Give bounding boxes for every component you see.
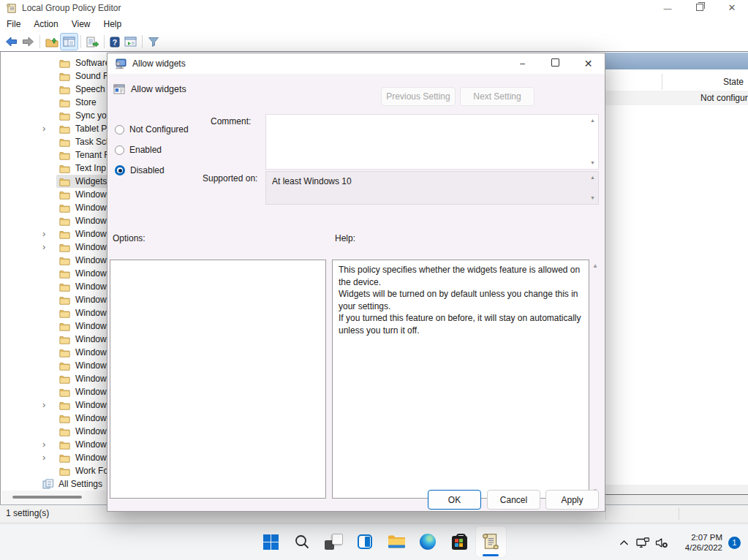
next-setting-button[interactable]: Next Setting	[460, 87, 534, 106]
tree-item-label[interactable]: Window	[75, 214, 107, 227]
radio-circle-icon[interactable]	[115, 145, 124, 155]
search-button[interactable]	[287, 526, 318, 558]
network-icon[interactable]	[633, 528, 652, 557]
radio-not-configured[interactable]: Not Configured	[115, 119, 189, 140]
menu-action[interactable]: Action	[27, 19, 64, 29]
volume-muted-icon[interactable]	[652, 528, 671, 557]
close-icon[interactable]: ✕	[716, 0, 748, 16]
folder-icon	[59, 374, 70, 383]
forward-icon[interactable]	[20, 34, 37, 50]
restore-icon[interactable]	[684, 0, 716, 16]
tree-item-label[interactable]: Window	[75, 412, 107, 425]
microsoft-store-button[interactable]	[444, 526, 475, 558]
menu-help[interactable]: Help	[97, 19, 129, 29]
file-explorer-button[interactable]	[381, 526, 412, 558]
show-console-tree-icon[interactable]	[61, 34, 78, 50]
folder-icon	[59, 255, 70, 265]
back-icon[interactable]	[3, 34, 20, 50]
task-view-button[interactable]	[318, 526, 350, 558]
edge-button[interactable]	[412, 526, 444, 558]
help-scroll-up-icon[interactable]: ▲	[592, 262, 598, 269]
show-action-pane-icon[interactable]	[122, 34, 139, 50]
tree-item-label[interactable]: Window	[75, 227, 107, 241]
expand-chevron-icon[interactable]: ›	[42, 451, 45, 464]
tree-item-label[interactable]: Window	[75, 188, 107, 201]
tree-item-label[interactable]: Window	[75, 201, 107, 214]
tree-item-label[interactable]: Window	[75, 359, 107, 372]
dialog-minimize-icon[interactable]: –	[506, 53, 539, 74]
scroll-up-icon[interactable]: ▲	[590, 118, 595, 124]
menu-file[interactable]: File	[0, 19, 27, 29]
tree-item-label[interactable]: Text Inp	[75, 162, 106, 175]
tree-item-label[interactable]: Window	[75, 254, 107, 267]
tree-item-label[interactable]: Window	[75, 280, 107, 293]
state-column-header[interactable]: State	[723, 77, 744, 87]
minimize-icon[interactable]: —	[651, 0, 684, 16]
comment-textarea[interactable]: ▲ ▼	[265, 114, 599, 170]
scroll-down-icon[interactable]: ▼	[590, 160, 595, 166]
svg-text:?: ?	[113, 37, 117, 46]
tree-item-label[interactable]: Window	[75, 319, 107, 333]
help-icon[interactable]: ?	[107, 34, 122, 50]
scrollbar-thumb[interactable]	[12, 496, 82, 499]
tree-item-label[interactable]: Task Sch	[75, 135, 111, 148]
tree-item-label[interactable]: Window	[75, 438, 107, 451]
previous-setting-button[interactable]: Previous Setting	[381, 87, 456, 106]
policy-monitor-icon	[115, 58, 126, 69]
expand-chevron-icon[interactable]: ›	[42, 398, 45, 412]
expand-chevron-icon[interactable]: ›	[42, 438, 45, 451]
taskbar-center-icons	[255, 526, 507, 558]
clock[interactable]: 2:07 PM 4/26/2022	[674, 532, 722, 553]
up-one-level-icon[interactable]	[43, 34, 61, 50]
start-button[interactable]	[255, 526, 287, 558]
gpedit-scroll-icon	[6, 3, 17, 14]
dialog-maximize-icon[interactable]	[539, 53, 572, 74]
tree-item-label[interactable]: Speech	[75, 83, 105, 96]
widgets-button[interactable]	[350, 526, 381, 558]
radio-enabled[interactable]: Enabled	[115, 140, 189, 160]
tree-item-label[interactable]: Window	[75, 306, 107, 319]
tree-item-label[interactable]: Window	[75, 293, 107, 306]
radio-circle-icon[interactable]	[115, 165, 125, 175]
apply-button[interactable]: Apply	[545, 490, 599, 510]
cancel-button[interactable]: Cancel	[487, 490, 540, 510]
export-list-icon[interactable]	[84, 34, 101, 50]
radio-disabled[interactable]: Disabled	[115, 160, 189, 181]
notification-badge[interactable]: 1	[728, 537, 741, 549]
radio-circle-icon[interactable]	[115, 125, 124, 135]
menu-view[interactable]: View	[65, 19, 97, 29]
expand-chevron-icon[interactable]: ›	[42, 122, 45, 135]
tree-item-label[interactable]: Sound R	[75, 69, 110, 83]
tree-item-label[interactable]: Window	[75, 385, 107, 398]
filter-icon[interactable]	[146, 34, 162, 50]
tree-item-label[interactable]: Store	[75, 96, 97, 109]
tree-item-label[interactable]: Window	[75, 398, 107, 412]
tree-item-label[interactable]: Widgets	[75, 175, 107, 188]
scroll-up-icon[interactable]: ▲	[590, 175, 595, 181]
search-icon	[294, 534, 310, 550]
tree-item-label[interactable]: Window	[75, 372, 107, 385]
expand-chevron-icon[interactable]: ›	[42, 241, 45, 254]
window-titlebar: Local Group Policy Editor — ✕	[0, 0, 748, 16]
supported-on-field[interactable]: At least Windows 10 ▲ ▼	[265, 171, 599, 205]
tree-item-label[interactable]: Work Fo	[75, 464, 108, 477]
tree-item-label[interactable]: Tenant R	[75, 148, 110, 162]
tree-item-label[interactable]: Window	[75, 267, 107, 280]
group-policy-editor-taskbar-button[interactable]	[475, 526, 507, 558]
ok-button[interactable]: OK	[428, 490, 481, 510]
tree-item-label[interactable]: Sync yo	[75, 109, 107, 122]
tree-item-label[interactable]: All Settings	[58, 477, 102, 491]
tree-item-label[interactable]: Tablet P	[75, 122, 107, 135]
tree-item-label[interactable]: Window	[75, 346, 107, 359]
configuration-radio-group: Not ConfiguredEnabledDisabled	[115, 119, 189, 181]
tree-item-label[interactable]: Window	[75, 241, 107, 254]
chevron-up-icon[interactable]	[614, 528, 633, 557]
column-separator[interactable]	[662, 74, 662, 90]
tree-item-label[interactable]: Window	[75, 425, 107, 438]
dialog-close-icon[interactable]: ✕	[572, 53, 605, 74]
tree-item-label[interactable]: Software	[75, 56, 110, 69]
expand-chevron-icon[interactable]: ›	[42, 227, 45, 241]
tree-item-label[interactable]: Window	[75, 451, 107, 464]
scroll-down-icon[interactable]: ▼	[590, 195, 595, 201]
tree-item-label[interactable]: Window	[75, 333, 107, 346]
